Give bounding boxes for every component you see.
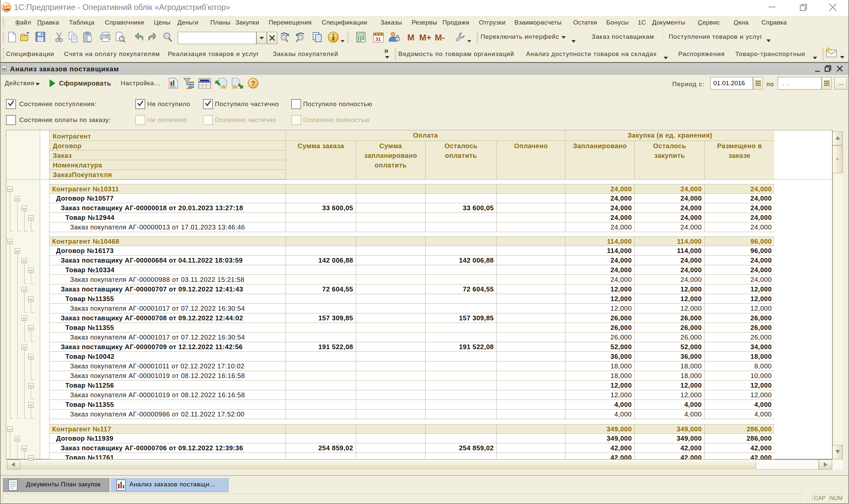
svg-text:?: ? — [251, 79, 255, 88]
svg-text:31: 31 — [375, 36, 381, 42]
